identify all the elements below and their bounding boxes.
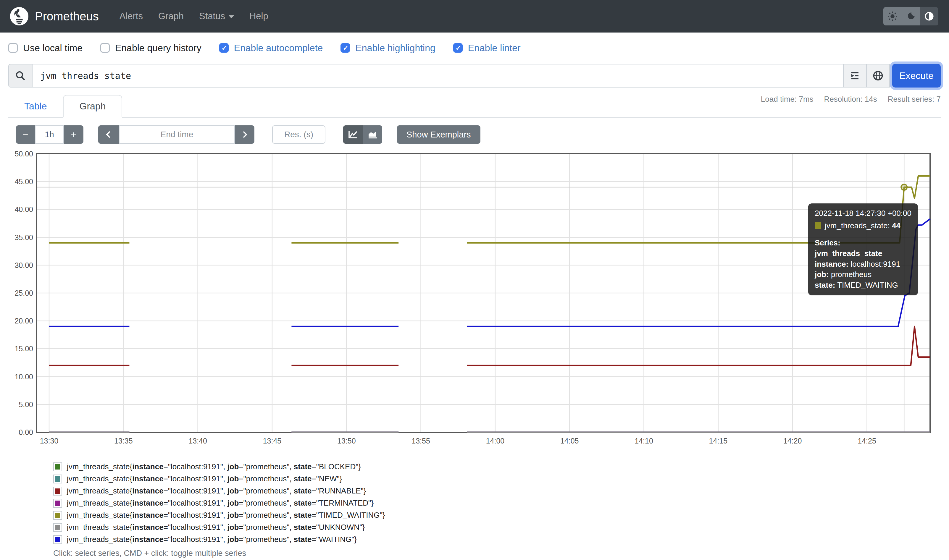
y-axis-label: 0.00 — [18, 428, 33, 436]
navbar: Prometheus Alerts Graph Status Help — [0, 0, 949, 32]
y-axis-label: 50.00 — [14, 149, 33, 158]
legend-item[interactable]: jvm_threads_state{instance="localhost:91… — [53, 461, 385, 473]
query-input[interactable] — [32, 64, 844, 88]
globe-icon — [873, 70, 883, 81]
chart-svg[interactable]: 0.005.0010.0015.0020.0025.0030.0035.0040… — [0, 149, 949, 449]
y-axis-label: 25.00 — [14, 289, 33, 297]
dark-theme-button[interactable] — [902, 7, 920, 25]
plus-icon: + — [71, 129, 77, 140]
chevron-right-icon — [240, 130, 249, 139]
prometheus-app: Prometheus Alerts Graph Status Help — [0, 0, 949, 560]
y-axis-label: 10.00 — [14, 372, 33, 381]
tooltip-value-row: jvm_threads_state: 44 — [815, 221, 911, 231]
option-enable-query-history[interactable]: Enable query history — [100, 43, 202, 54]
legend-item[interactable]: jvm_threads_state{instance="localhost:91… — [53, 473, 385, 485]
legend-item[interactable]: jvm_threads_state{instance="localhost:91… — [53, 485, 385, 497]
end-time-back-button[interactable] — [98, 125, 119, 144]
metrics-explorer-button[interactable] — [844, 64, 867, 88]
legend-item[interactable]: jvm_threads_state{instance="localhost:91… — [53, 521, 385, 533]
checkbox — [453, 43, 463, 52]
legend-swatch — [53, 475, 62, 483]
nav-item-status[interactable]: Status — [191, 11, 242, 22]
list-tree-icon — [850, 71, 860, 80]
tooltip-label-state: state: TIMED_WAITING — [815, 280, 911, 291]
tooltip-series-heading: Series: — [815, 238, 911, 248]
legend-series-label: jvm_threads_state{instance="localhost:91… — [67, 535, 357, 544]
option-use-local-time[interactable]: Use local time — [8, 43, 83, 54]
legend: jvm_threads_state{instance="localhost:91… — [53, 461, 385, 546]
checkbox — [100, 43, 110, 52]
tooltip-label-instance: instance: localhost:9191 — [815, 259, 911, 270]
execute-button[interactable]: Execute — [892, 64, 941, 88]
y-axis-label: 5.00 — [18, 400, 33, 409]
moon-icon — [906, 12, 915, 21]
x-axis-label: 13:55 — [411, 437, 430, 445]
legend-series-label: jvm_threads_state{instance="localhost:91… — [67, 498, 374, 508]
query-addon — [8, 64, 32, 88]
tab-graph[interactable]: Graph — [63, 95, 122, 118]
option-enable-highlighting[interactable]: Enable highlighting — [340, 43, 435, 54]
line-chart-icon — [348, 130, 358, 139]
light-theme-button[interactable] — [883, 7, 902, 25]
end-time-input[interactable] — [119, 125, 235, 144]
global-time-button[interactable] — [867, 64, 890, 88]
legend-swatch — [53, 535, 62, 544]
minus-icon: − — [23, 129, 28, 140]
x-axis-label: 14:25 — [858, 437, 876, 445]
legend-series-label: jvm_threads_state{instance="localhost:91… — [67, 523, 365, 532]
series-line-RUNNABLE — [467, 326, 930, 365]
chart[interactable]: 0.005.0010.0015.0020.0025.0030.0035.0040… — [0, 149, 949, 449]
y-axis-label: 15.00 — [14, 345, 33, 353]
show-exemplars-button[interactable]: Show Exemplars — [397, 125, 481, 144]
nav-links: Alerts Graph Status Help — [112, 11, 276, 22]
end-time-forward-button[interactable] — [235, 125, 254, 144]
chevron-left-icon — [105, 130, 113, 139]
legend-series-label: jvm_threads_state{instance="localhost:91… — [67, 511, 385, 520]
range-input[interactable] — [35, 125, 64, 144]
legend-hint: Click: select series, CMD + click: toggl… — [53, 549, 246, 558]
stacked-chart-toggle[interactable] — [363, 125, 382, 144]
x-axis-label: 14:20 — [783, 437, 802, 445]
x-axis-label: 13:35 — [114, 437, 133, 445]
x-axis-label: 13:50 — [337, 437, 356, 445]
legend-swatch — [53, 462, 62, 471]
nav-item-alerts[interactable]: Alerts — [112, 11, 151, 22]
tooltip-series-swatch — [815, 222, 821, 229]
y-axis-label: 30.00 — [14, 261, 33, 269]
legend-item[interactable]: jvm_threads_state{instance="localhost:91… — [53, 497, 385, 509]
checkbox — [340, 43, 350, 52]
area-chart-icon — [367, 130, 377, 139]
line-chart-toggle[interactable] — [343, 125, 363, 144]
y-axis-label: 20.00 — [14, 317, 33, 325]
legend-swatch — [53, 499, 62, 508]
tooltip-series-name: jvm_threads_state — [815, 248, 911, 259]
y-axis-label: 35.00 — [14, 233, 33, 242]
option-enable-autocomplete[interactable]: Enable autocomplete — [219, 43, 323, 54]
legend-item[interactable]: jvm_threads_state{instance="localhost:91… — [53, 533, 385, 546]
range-decrease-button[interactable]: − — [16, 125, 35, 144]
graph-controls: − + Show Exemplars — [16, 125, 481, 144]
resolution-input[interactable] — [272, 125, 325, 144]
x-axis-label: 14:05 — [560, 437, 579, 445]
hover-point-marker — [901, 184, 907, 190]
x-axis-label: 13:40 — [188, 437, 207, 445]
tab-table[interactable]: Table — [8, 95, 63, 117]
chevron-down-icon — [229, 15, 234, 18]
legend-series-label: jvm_threads_state{instance="localhost:91… — [67, 486, 366, 495]
nav-item-graph[interactable]: Graph — [151, 11, 191, 22]
range-increase-button[interactable]: + — [64, 125, 83, 144]
option-enable-linter[interactable]: Enable linter — [453, 43, 521, 54]
nav-item-help[interactable]: Help — [242, 11, 276, 22]
prometheus-logo-icon — [9, 6, 29, 26]
x-axis-label: 14:10 — [635, 437, 653, 445]
auto-theme-button[interactable] — [920, 7, 938, 25]
search-icon — [15, 71, 25, 81]
legend-item[interactable]: jvm_threads_state{instance="localhost:91… — [53, 509, 385, 521]
legend-swatch — [53, 511, 62, 520]
x-axis-label: 14:00 — [486, 437, 505, 445]
x-axis-label: 13:30 — [40, 437, 59, 445]
half-circle-icon — [924, 11, 934, 21]
options-row: Use local time Enable query history Enab… — [8, 40, 521, 55]
tooltip-date: 2022-11-18 14:27:30 +00:00 — [815, 208, 911, 219]
brand[interactable]: Prometheus — [9, 6, 99, 26]
